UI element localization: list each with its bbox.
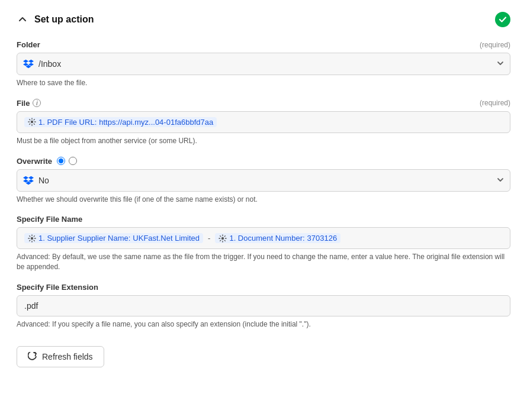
token2-prefix: 1. Document Number: [229, 234, 304, 243]
folder-value: /Inbox [38, 59, 61, 69]
file-extension-label: Specify File Extension [17, 283, 98, 292]
folder-arrow-icon [497, 59, 504, 69]
folder-required: (required) [480, 41, 510, 49]
file-token-prefix: 1. PDF File URL: [38, 118, 97, 127]
overwrite-label: Overwrite [17, 157, 52, 166]
status-complete-icon [495, 12, 510, 27]
svg-marker-0 [23, 60, 28, 63]
panel-header: Set up action [17, 12, 510, 27]
svg-point-11 [31, 237, 33, 240]
file-name-token2: 1. Document Number: 3703126 [215, 233, 340, 243]
overwrite-select[interactable]: No [17, 169, 510, 192]
folder-field-section: Folder (required) /Inbox Where to save t… [17, 40, 510, 88]
token-separator: - [208, 234, 210, 243]
file-label-row: File i (required) [17, 99, 510, 108]
file-extension-input[interactable] [17, 295, 510, 316]
refresh-fields-label: Refresh fields [42, 352, 93, 361]
svg-marker-7 [28, 176, 34, 179]
file-hint: Must be a file object from another servi… [17, 136, 510, 146]
dropbox-icon [23, 59, 34, 69]
folder-label-row: Folder (required) [17, 40, 510, 49]
file-token-url: https://api.myz...04-01fa6bbfd7aa [99, 118, 213, 127]
overwrite-value: No [38, 176, 49, 185]
dropbox-icon-overwrite [23, 175, 34, 186]
file-required: (required) [480, 99, 510, 107]
token2-value: 3703126 [307, 234, 338, 243]
file-info-icon[interactable]: i [33, 99, 41, 107]
svg-point-12 [221, 237, 224, 240]
file-name-label: Specify File Name [17, 215, 82, 224]
token-gear-icon [28, 118, 36, 126]
overwrite-label-group: Overwrite [17, 157, 77, 166]
file-extension-label-row: Specify File Extension [17, 283, 510, 292]
overwrite-field-section: Overwrite No Whether we sh [17, 157, 510, 205]
collapse-button[interactable] [17, 14, 28, 25]
svg-point-5 [31, 121, 33, 123]
file-token: 1. PDF File URL: https://api.myz...04-01… [24, 117, 217, 127]
token1-prefix: 1. Supplier Supplier Name: [38, 234, 130, 243]
svg-marker-1 [28, 60, 34, 63]
setup-action-panel: Set up action Folder (required) /Inbox [0, 0, 527, 379]
svg-marker-6 [23, 176, 28, 179]
token1-value: UKFast.Net Limited [133, 234, 200, 243]
folder-select[interactable]: /Inbox [17, 53, 510, 75]
folder-label: Folder [17, 40, 40, 49]
refresh-fields-button[interactable]: Refresh fields [17, 346, 104, 367]
overwrite-radio-no[interactable] [69, 157, 77, 165]
overwrite-radio-yes[interactable] [57, 157, 65, 165]
refresh-icon [28, 352, 37, 361]
file-label: File i [17, 99, 41, 108]
file-extension-hint: Advanced: If you specify a file name, yo… [17, 319, 510, 329]
file-name-hint: Advanced: By default, we use the same na… [17, 252, 510, 272]
token2-gear-icon [218, 234, 227, 243]
overwrite-hint: Whether we should overwrite this file (i… [17, 195, 510, 205]
overwrite-arrow-icon [497, 176, 504, 185]
file-name-token1: 1. Supplier Supplier Name: UKFast.Net Li… [24, 233, 203, 243]
header-left: Set up action [17, 14, 94, 25]
folder-hint: Where to save the file. [17, 78, 510, 88]
overwrite-radio-group [57, 157, 77, 165]
file-extension-field-section: Specify File Extension Advanced: If you … [17, 283, 510, 329]
file-name-input[interactable]: 1. Supplier Supplier Name: UKFast.Net Li… [17, 227, 510, 249]
token1-gear-icon [28, 234, 36, 243]
panel-title: Set up action [34, 14, 94, 25]
file-input[interactable]: 1. PDF File URL: https://api.myz...04-01… [17, 111, 510, 133]
file-field-section: File i (required) 1. PDF File URL: https… [17, 99, 510, 146]
file-name-label-row: Specify File Name [17, 215, 510, 224]
overwrite-label-row: Overwrite [17, 157, 510, 166]
file-name-field-section: Specify File Name 1. Supplier Supplier N… [17, 215, 510, 272]
